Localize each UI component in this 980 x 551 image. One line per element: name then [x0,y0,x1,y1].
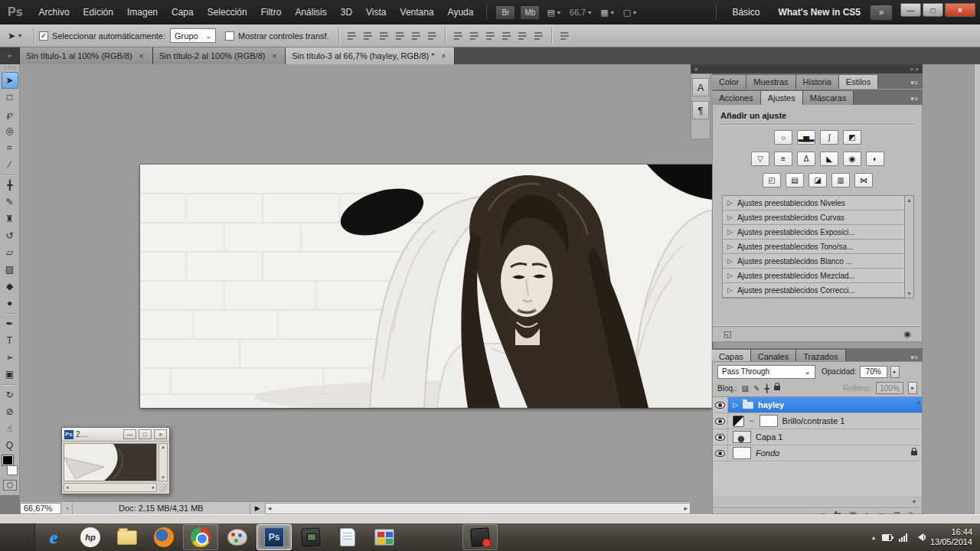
rectangular-marquee-tool[interactable]: □ [2,89,18,106]
menu-analisis[interactable]: Análisis [288,0,333,24]
scroll-down-icon[interactable]: ▾ [162,474,165,481]
distribute-right-icon[interactable] [534,31,544,41]
blur-tool[interactable]: ◆ [2,278,18,295]
presets-scrollbar[interactable]: ▴ ▾ [904,195,914,298]
close-button[interactable]: × [945,3,975,17]
crop-tool[interactable]: ⌗ [2,139,18,156]
canvas-horizontal-scrollbar[interactable]: ◂ ▸ [265,503,691,514]
taskbar-hp[interactable]: hp [73,524,108,550]
taskbar-chrome[interactable] [183,524,218,550]
layer-thumbnail[interactable] [733,431,751,443]
volume-icon[interactable] [914,533,923,541]
preset-blanco-negro[interactable]: ▷ Ajustes preestablecidos Blanco ... [723,254,913,269]
minimize-button[interactable]: — [900,3,921,17]
close-icon[interactable]: × [137,51,146,61]
tools-grip[interactable] [4,66,16,70]
taskbar-notepad[interactable] [330,524,365,550]
clip-to-layer-icon[interactable]: ◉ [903,329,911,339]
layer-row-brillo-contraste[interactable]: ∽ Brillo/contraste 1 [713,413,922,429]
expander-icon[interactable]: ▷ [727,243,733,250]
zoom-level-dropdown[interactable]: 66,7 ▾ [570,8,591,17]
opacity-spinner[interactable]: ▸ [890,366,900,378]
background-color-swatch[interactable] [7,465,18,475]
dock-close-icon[interactable]: × [915,66,919,73]
color-balance-icon[interactable]: Δ [797,152,815,166]
workspace-basico[interactable]: Básico [732,7,760,18]
scroll-left-icon[interactable]: ◂ [268,504,272,512]
scroll-right-icon[interactable]: ▸ [152,484,155,491]
scroll-left-icon[interactable]: ◂ [66,484,69,491]
tab-mascaras[interactable]: Máscaras [803,91,854,105]
menu-imagen[interactable]: Imagen [120,0,165,24]
menu-filtro[interactable]: Filtro [254,0,289,24]
shape-tool[interactable]: ▣ [2,366,18,383]
eye-icon[interactable] [715,434,725,441]
taskbar-capture-tool[interactable] [293,524,328,550]
pen-tool[interactable]: ✒ [2,315,18,332]
auto-select-checkbox[interactable]: ✓ [39,31,48,41]
align-top-icon[interactable] [347,31,357,41]
quick-selection-tool[interactable]: ◎ [2,122,18,139]
brightness-contrast-icon[interactable]: ☼ [774,130,792,145]
align-right-icon[interactable] [427,31,437,41]
preset-correccion[interactable]: ▷ Ajustes preestablecidos Correcci... [723,283,913,298]
scroll-up-icon[interactable]: ▴ [917,399,920,406]
menu-ayuda[interactable]: Ayuda [441,0,481,24]
minimized-document-window[interactable]: Ps 2.... — □ × ▴ ▾ ◂ ▸ [61,427,170,494]
black-white-icon[interactable]: ◣ [820,152,838,166]
taskbar-photoshop-active[interactable]: Ps [256,524,292,550]
eye-icon[interactable] [715,402,725,409]
status-flyout-arrow[interactable]: ▶ [250,504,265,512]
threshold-icon[interactable]: ◪ [808,173,827,187]
zoom-tool[interactable]: Q [2,437,18,454]
screen-mode-dropdown[interactable]: ▢ ▾ [623,8,636,18]
workspace-expand-button[interactable]: » [870,5,893,21]
restore-button[interactable]: □ [923,3,943,17]
expander-icon[interactable]: ▷ [727,257,733,265]
taskbar-explorer[interactable] [109,524,145,550]
curves-icon[interactable]: ʃ [820,130,838,145]
dodge-tool[interactable]: ● [2,295,18,311]
distribute-vcenter-icon[interactable] [469,31,479,41]
exposure-icon[interactable]: ◩ [843,130,861,145]
visibility-cell[interactable] [713,397,728,412]
align-left-icon[interactable] [395,31,405,41]
move-tool[interactable]: ➤ [2,72,18,89]
menu-seleccion[interactable]: Selección [201,0,254,24]
taskbar-paint[interactable] [220,524,255,550]
brush-tool[interactable]: ✎ [2,194,18,210]
menu-edicion[interactable]: Edición [77,0,120,24]
spot-healing-brush-tool[interactable]: ╋ [2,177,18,194]
menu-vista[interactable]: Vista [359,0,393,24]
mini-restore-button[interactable]: □ [139,429,152,439]
tab-historia[interactable]: Historia [796,75,839,89]
lock-transparency-icon[interactable]: ▨ [742,384,749,393]
character-panel-button[interactable]: A [692,78,709,96]
visibility-cell[interactable] [713,413,728,429]
distribute-hcenter-icon[interactable] [518,31,528,41]
tray-clock[interactable]: 16:44 13/05/2014 [930,527,972,547]
posterize-icon[interactable]: ▤ [786,173,804,187]
tab-acciones[interactable]: Acciones [712,91,761,105]
panel-menu-icon[interactable]: ▾≡ [910,95,923,105]
layer-thumbnail[interactable] [733,447,751,459]
taskbar-internet-explorer[interactable]: e [36,524,71,550]
doc-tab-3-active[interactable]: Sin título-3 al 66,7% (hayley, RGB/8) * … [286,47,455,64]
menu-3d[interactable]: 3D [334,0,359,24]
bridge-button[interactable]: Br [495,5,515,20]
expander-icon[interactable]: ▷ [727,214,733,221]
view-extras-dropdown[interactable]: ▤ ▾ [547,8,560,18]
tab-muestras[interactable]: Muestras [746,75,795,89]
layer-main[interactable]: ▷ hayley [728,397,922,412]
layer-main[interactable]: Capa 1 [728,429,922,445]
history-brush-tool[interactable]: ↺ [2,227,18,244]
menu-archivo[interactable]: Archivo [32,0,77,24]
layer-mask-thumbnail[interactable] [760,415,778,427]
mini-horizontal-scrollbar[interactable]: ◂ ▸ [64,483,157,492]
preset-niveles[interactable]: ▷ Ajustes preestablecidos Niveles [723,196,913,210]
scroll-up-icon[interactable]: ▴ [907,197,910,204]
fill-spinner[interactable]: ▸ [908,382,917,394]
close-icon[interactable]: × [270,51,279,61]
preset-exposicion[interactable]: ▷ Ajustes preestablecidos Exposici... [723,225,913,240]
doc-tab-1[interactable]: Sin título-1 al 100% (RGB/8) × [20,47,153,64]
